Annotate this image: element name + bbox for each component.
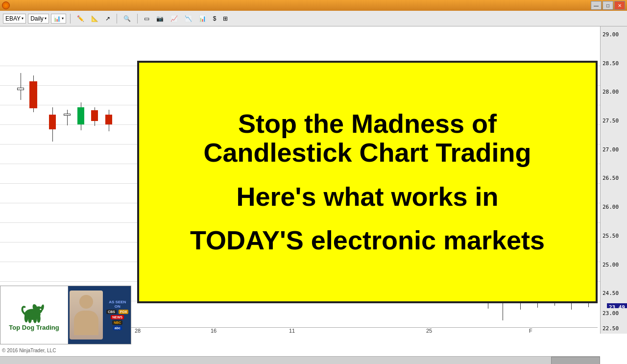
close-button[interactable]: ✕ <box>614 1 625 10</box>
candle <box>29 75 37 112</box>
news-badge: NEWS <box>111 315 124 319</box>
overlay-text-line1: Stop the Madness of <box>238 109 497 138</box>
nbc-badge: NBC <box>112 320 122 325</box>
price-label: 26.50 <box>603 175 625 181</box>
date-label: 16 <box>211 328 217 334</box>
chart-tool2[interactable]: 📉 <box>182 14 194 24</box>
svg-point-2 <box>24 314 28 322</box>
sep1 <box>70 14 71 24</box>
price-label: 25.00 <box>603 262 625 268</box>
fox-badge: FOX <box>119 310 128 314</box>
symbol-label: EBAY <box>5 15 21 22</box>
symbol-dropdown[interactable]: EBAY ▾ <box>3 14 26 24</box>
timeframe-chevron: ▾ <box>45 16 47 21</box>
overlay-text-line2: Candlestick Chart Trading <box>203 138 531 167</box>
candle <box>17 73 24 100</box>
interval-dropdown[interactable]: 📊 ▾ <box>51 14 66 24</box>
grid-tool[interactable]: ⊞ <box>220 14 230 24</box>
magnify-tool[interactable]: 🔍 <box>121 14 133 24</box>
svg-point-5 <box>37 314 41 322</box>
interval-icon: 📊 <box>53 15 61 22</box>
scrollbar-thumb[interactable] <box>551 357 600 364</box>
chart-tool3[interactable]: 📊 <box>196 14 209 24</box>
svg-point-3 <box>28 315 32 323</box>
price-label: 22.50 <box>603 325 625 332</box>
price-label: 25.50 <box>603 233 625 239</box>
maximize-button[interactable]: □ <box>603 1 613 10</box>
price-label: 29.00 <box>603 31 625 38</box>
candle <box>49 107 56 142</box>
media-logos: AS SEEN ON CBS FOX NEWS NBC abc <box>106 300 129 330</box>
price-axis-bottom: 23.00 22.50 <box>600 308 627 334</box>
copyright-text: © 2016 NinjaTrader, LLC <box>2 348 56 353</box>
price-label: 27.50 <box>603 118 625 124</box>
candle <box>91 107 98 126</box>
date-label: F <box>529 328 532 334</box>
line-tool[interactable]: 📐 <box>89 14 101 24</box>
chart-tool1[interactable]: 📈 <box>168 14 180 24</box>
cursor-tool[interactable]: ↗ <box>103 14 113 24</box>
price-label: 27.00 <box>603 146 625 153</box>
abc-badge: abc <box>113 326 122 330</box>
candle <box>64 110 71 125</box>
draw-tool[interactable]: ✏️ <box>74 14 87 24</box>
overlay-text-line4: TODAY'S electronic markets <box>190 226 545 255</box>
person-photo <box>70 291 103 340</box>
timeframe-label: Daily <box>30 15 44 22</box>
price-label: 28.50 <box>603 60 625 67</box>
horizontal-scrollbar[interactable] <box>0 356 600 364</box>
brand-logo: Top Dog Trading <box>0 286 68 344</box>
chart-area: Stop the Madness of Candlestick Chart Tr… <box>0 26 627 364</box>
date-label: 11 <box>289 328 295 334</box>
price-label: 23.00 <box>603 310 625 316</box>
media-section: AS SEEN ON CBS FOX NEWS NBC abc <box>68 286 131 344</box>
dollar-tool[interactable]: $ <box>211 14 219 24</box>
overlay-text-line3: Here's what works in <box>236 182 498 211</box>
svg-point-4 <box>33 315 37 323</box>
toolbar: EBAY ▾ Daily ▾ 📊 ▾ ✏️ 📐 ↗ 🔍 ▭ 📷 📈 📉 📊 $ … <box>0 11 627 26</box>
sep2 <box>117 14 117 24</box>
price-label: 24.50 <box>603 290 625 296</box>
cbs-badge: CBS <box>106 310 117 314</box>
title-bar: — □ ✕ <box>0 0 627 11</box>
logo-overlay: Top Dog Trading AS SEEN ON CBS FOX <box>0 286 131 344</box>
dog-icon <box>20 299 49 324</box>
symbol-chevron: ▾ <box>22 16 24 21</box>
minimize-button[interactable]: — <box>591 1 602 10</box>
date-label: 28 <box>135 328 141 334</box>
price-label: 28.00 <box>603 89 625 95</box>
overlay-box: Stop the Madness of Candlestick Chart Tr… <box>137 61 598 303</box>
window-controls[interactable]: — □ ✕ <box>591 1 625 10</box>
price-label: 26.00 <box>603 204 625 210</box>
camera-tool[interactable]: 📷 <box>154 14 166 24</box>
brand-name: Top Dog Trading <box>9 324 59 331</box>
candle <box>105 110 112 131</box>
interval-chevron: ▾ <box>62 16 64 21</box>
timeframe-dropdown[interactable]: Daily ▾ <box>28 14 49 24</box>
svg-point-8 <box>40 308 41 310</box>
rect-tool[interactable]: ▭ <box>142 14 152 24</box>
price-axis: 29.00 28.50 28.00 27.50 27.00 26.50 26.0… <box>600 26 627 330</box>
sep3 <box>137 14 138 24</box>
date-label: 25 <box>426 328 432 334</box>
candle <box>77 102 84 130</box>
app-icon <box>2 1 10 9</box>
